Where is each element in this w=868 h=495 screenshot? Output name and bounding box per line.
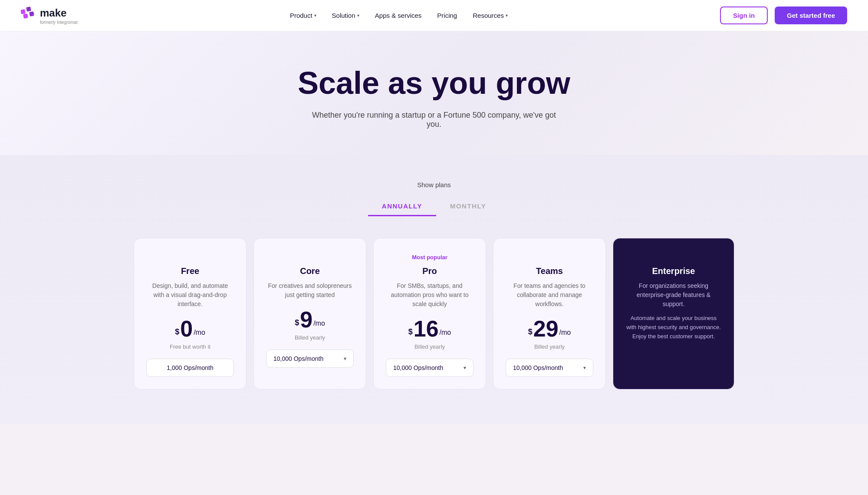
teams-plan-desc: For teams and agencies to collaborate an… [506,281,593,309]
enterprise-card: Enterprise For organizations seeking ent… [613,238,734,389]
chevron-down-icon: ▾ [464,365,466,371]
pro-billing-note: Billed yearly [386,343,473,350]
logo-icon [21,6,36,20]
pro-price-number: 16 [414,317,439,340]
pro-card: Most popular Pro For SMBs, startups, and… [373,238,486,389]
nav-item-apps[interactable]: Apps & services [375,12,422,19]
svg-rect-2 [23,13,28,19]
enterprise-most-popular [625,254,722,263]
free-plan-name: Free [146,266,234,276]
chevron-down-icon: ▾ [506,13,508,18]
core-price-area: $ 9 /mo [266,308,354,331]
core-price-mo: /mo [313,320,325,327]
free-plan-desc: Design, build, and automate with a visua… [146,281,234,309]
free-card: Free Design, build, and automate with a … [134,238,247,389]
enterprise-plan-desc: For organizations seeking enterprise-gra… [625,281,722,309]
pro-price-mo: /mo [440,329,451,337]
teams-most-popular [506,254,593,263]
chevron-down-icon: ▾ [357,13,359,18]
core-plan-name: Core [266,266,354,276]
nav-actions: Sign in Get started free [720,7,847,24]
annually-toggle[interactable]: ANNUALLY [368,197,436,216]
svg-rect-0 [21,9,26,14]
monthly-toggle[interactable]: MONTHLY [436,197,500,216]
logo[interactable]: make formerly Integromat [21,6,78,25]
nav-item-product[interactable]: Product ▾ [290,12,316,19]
signin-button[interactable]: Sign in [720,7,768,24]
teams-price-area: $ 29 /mo [506,317,593,340]
core-most-popular [266,254,354,263]
free-price-dollar: $ [175,327,179,337]
chevron-down-icon: ▾ [344,356,346,362]
nav-item-solution[interactable]: Solution ▾ [332,12,359,19]
free-ops-selector: 1,000 Ops/month [146,359,234,377]
svg-rect-3 [29,11,34,16]
teams-billing-note: Billed yearly [506,343,593,350]
nav-links: Product ▾ Solution ▾ Apps & services Pri… [290,12,508,19]
billing-toggle: ANNUALLY MONTHLY [17,197,851,216]
pro-price-area: $ 16 /mo [386,317,473,340]
core-plan-desc: For creatives and solopreneurs just gett… [266,281,354,300]
core-ops-selector[interactable]: 10,000 Ops/month ▾ [266,350,354,368]
logo-sub: formerly Integromat [40,20,78,25]
pro-most-popular: Most popular [386,254,473,263]
teams-card: Teams For teams and agencies to collabor… [493,238,606,389]
pricing-section: Show plans ANNUALLY MONTHLY Free Design,… [0,155,868,424]
hero-subheadline: Whether you're running a startup or a Fo… [304,111,564,129]
free-billing-note: Free but worth it [146,343,234,350]
core-price-dollar: $ [295,318,299,327]
get-started-button[interactable]: Get started free [775,7,847,24]
core-card: Core For creatives and solopreneurs just… [253,238,366,389]
chevron-down-icon: ▾ [583,365,586,371]
svg-rect-1 [26,7,31,12]
pro-ops-selector[interactable]: 10,000 Ops/month ▾ [386,359,473,377]
free-price-area: $ 0 /mo [146,317,234,340]
show-plans-label: Show plans [17,181,851,188]
pro-plan-name: Pro [386,266,473,276]
nav-item-pricing[interactable]: Pricing [437,12,457,19]
pro-plan-desc: For SMBs, startups, and automation pros … [386,281,473,309]
teams-price-number: 29 [533,317,559,340]
hero-headline: Scale as you grow [17,66,851,100]
teams-price-dollar: $ [528,327,533,337]
free-price-mo: /mo [194,329,205,337]
core-billing-note: Billed yearly [266,334,354,341]
enterprise-extra-desc: Automate and scale your business with hi… [625,314,722,341]
free-most-popular [146,254,234,263]
teams-plan-name: Teams [506,266,593,276]
navbar: make formerly Integromat Product ▾ Solut… [0,0,868,31]
hero-section: Scale as you grow Whether you're running… [0,31,868,155]
free-price-number: 0 [180,317,193,340]
nav-item-resources[interactable]: Resources ▾ [473,12,508,19]
core-price-number: 9 [300,308,312,331]
teams-price-mo: /mo [559,329,571,337]
enterprise-plan-name: Enterprise [625,266,722,276]
pricing-cards: Free Design, build, and automate with a … [130,238,738,389]
chevron-down-icon: ▾ [314,13,316,18]
teams-ops-selector[interactable]: 10,000 Ops/month ▾ [506,359,593,377]
logo-text: make [40,7,66,19]
pro-price-dollar: $ [408,327,413,337]
